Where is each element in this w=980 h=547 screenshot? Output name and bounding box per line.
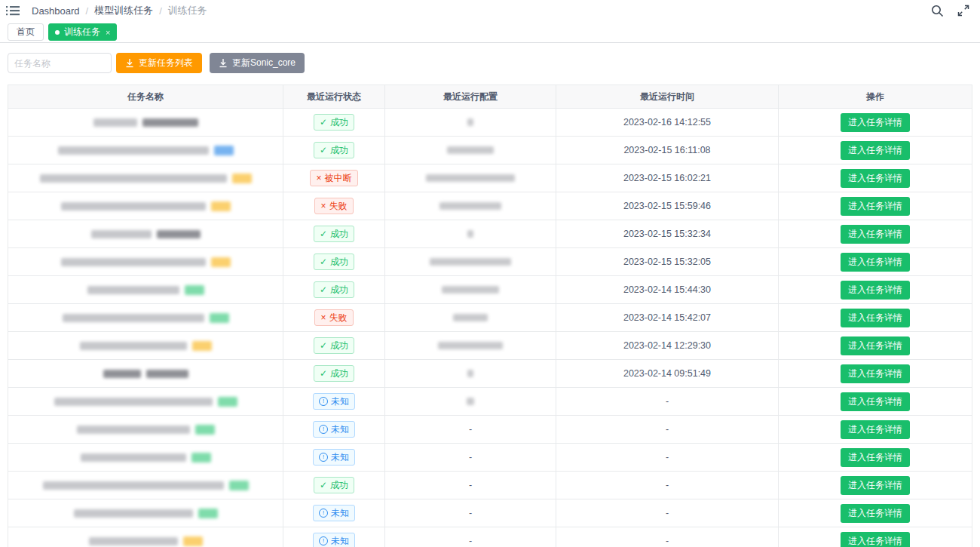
run-time-value: -: [666, 536, 669, 546]
action-cell: 进入任务详情: [779, 137, 972, 164]
action-cell: 进入任务详情: [779, 304, 972, 331]
task-detail-button[interactable]: 进入任务详情: [841, 225, 910, 244]
config-empty-value: -: [469, 508, 472, 518]
redacted-task-name: [40, 174, 227, 183]
task-detail-button[interactable]: 进入任务详情: [841, 113, 910, 132]
update-sonic-core-label: 更新Sonic_core: [232, 57, 296, 69]
task-tag: [192, 341, 212, 351]
check-icon: ✓: [320, 369, 327, 378]
tab-active-dot-icon: [55, 30, 60, 35]
cross-icon: ×: [320, 201, 326, 211]
task-name-cell: [8, 137, 283, 164]
task-tag: [198, 509, 218, 518]
run-status-cell: !未知: [283, 388, 385, 415]
task-name-cell: [8, 332, 283, 359]
action-cell: 进入任务详情: [779, 276, 972, 303]
redacted-task-name: [58, 146, 209, 155]
table-row: ✓成功2023-02-15 15:32:34进入任务详情: [8, 220, 972, 247]
breadcrumb-item-dashboard[interactable]: Dashboard: [32, 5, 80, 17]
task-detail-button[interactable]: 进入任务详情: [841, 448, 910, 467]
info-circle-icon: !: [319, 453, 328, 462]
task-name-cell: [8, 220, 283, 247]
run-time-cell: 2023-02-15 15:32:34: [556, 220, 779, 247]
task-name-input[interactable]: [8, 53, 112, 73]
breadcrumb-separator: /: [159, 5, 162, 17]
topbar-actions: [931, 5, 969, 17]
redacted-task-name: [87, 286, 179, 294]
run-time-value: 2023-02-14 15:42:07: [623, 312, 711, 323]
task-name-cell: [8, 388, 283, 415]
status-label: 成功: [330, 256, 348, 268]
run-config-cell: [385, 192, 556, 220]
run-time-value: 2023-02-15 15:32:34: [623, 229, 711, 239]
run-time-value: -: [666, 508, 669, 518]
redacted-task-name: [146, 370, 188, 378]
tab-home[interactable]: 首页: [8, 23, 44, 41]
run-time-value: 2023-02-14 12:29:30: [623, 340, 711, 351]
action-cell: 进入任务详情: [779, 360, 972, 387]
check-icon: ✓: [320, 229, 327, 238]
action-cell: 进入任务详情: [779, 332, 972, 359]
status-label: 成功: [330, 340, 348, 352]
redacted-config: [430, 258, 511, 266]
run-time-value: -: [666, 396, 669, 407]
sidebar-collapse-icon[interactable]: [6, 5, 20, 16]
table-row: ✓成功2023-02-14 12:29:30进入任务详情: [8, 331, 972, 359]
task-detail-button[interactable]: 进入任务详情: [841, 197, 910, 216]
status-badge: !未知: [313, 421, 355, 438]
tab-training-tasks[interactable]: 训练任务 ×: [48, 23, 117, 41]
breadcrumb-separator: /: [86, 5, 89, 17]
info-circle-icon: !: [319, 509, 328, 518]
task-detail-button[interactable]: 进入任务详情: [841, 476, 910, 495]
status-badge: !未知: [313, 393, 355, 410]
task-detail-button[interactable]: 进入任务详情: [841, 392, 910, 411]
tab-close-icon[interactable]: ×: [106, 28, 110, 37]
status-label: 失败: [329, 312, 348, 324]
task-detail-button[interactable]: 进入任务详情: [841, 309, 910, 327]
task-detail-button[interactable]: 进入任务详情: [841, 364, 910, 383]
run-status-cell: ×被中断: [283, 164, 385, 192]
table-body: ✓成功2023-02-16 14:12:55进入任务详情✓成功2023-02-1…: [8, 108, 972, 547]
task-detail-button[interactable]: 进入任务详情: [841, 281, 910, 300]
task-detail-button[interactable]: 进入任务详情: [841, 336, 910, 355]
table-row: ✓成功2023-02-15 15:32:05进入任务详情: [8, 247, 972, 275]
task-detail-button[interactable]: 进入任务详情: [841, 141, 910, 160]
action-cell: 进入任务详情: [779, 416, 972, 443]
fullscreen-icon[interactable]: [957, 5, 969, 17]
task-name-cell: [8, 276, 283, 303]
status-badge: !未知: [313, 449, 355, 466]
column-header-actions: 操作: [779, 85, 972, 108]
column-header-run-time: 最近运行时间: [556, 85, 779, 108]
search-icon[interactable]: [931, 5, 944, 17]
redacted-config: [453, 314, 488, 321]
table-header-row: 任务名称 最近运行状态 最近运行配置 最近运行时间 操作: [8, 85, 972, 108]
run-status-cell: ×失败: [283, 192, 385, 220]
config-empty-value: -: [469, 424, 472, 435]
update-task-list-button[interactable]: 更新任务列表: [116, 53, 202, 73]
task-detail-button[interactable]: 进入任务详情: [841, 253, 910, 272]
update-sonic-core-button[interactable]: 更新Sonic_core: [210, 53, 305, 73]
status-label: 成功: [330, 116, 348, 128]
run-time-value: -: [666, 480, 669, 490]
run-time-cell: 2023-02-15 16:02:21: [556, 164, 779, 192]
task-detail-button[interactable]: 进入任务详情: [841, 169, 910, 188]
task-name-cell: [8, 472, 283, 499]
task-detail-button[interactable]: 进入任务详情: [841, 420, 910, 439]
table-row: ✓成功--进入任务详情: [8, 471, 972, 499]
breadcrumb-item-model-training[interactable]: 模型训练任务: [94, 4, 153, 17]
status-label: 被中断: [325, 172, 352, 184]
redacted-task-name: [77, 426, 190, 434]
run-time-cell: 2023-02-14 12:29:30: [556, 332, 779, 359]
status-badge: ✓成功: [314, 281, 354, 298]
run-time-value: 2023-02-14 15:44:30: [623, 284, 711, 295]
info-circle-icon: !: [319, 397, 328, 406]
task-name-cell: [8, 304, 283, 331]
redacted-task-name: [81, 453, 186, 462]
task-tag: [185, 285, 204, 295]
run-time-value: -: [666, 452, 669, 462]
status-badge: ×被中断: [310, 170, 357, 186]
task-detail-button[interactable]: 进入任务详情: [841, 532, 910, 547]
status-label: 未知: [331, 423, 349, 435]
table-row: ✓成功2023-02-14 09:51:49进入任务详情: [8, 359, 972, 387]
task-detail-button[interactable]: 进入任务详情: [841, 504, 910, 523]
